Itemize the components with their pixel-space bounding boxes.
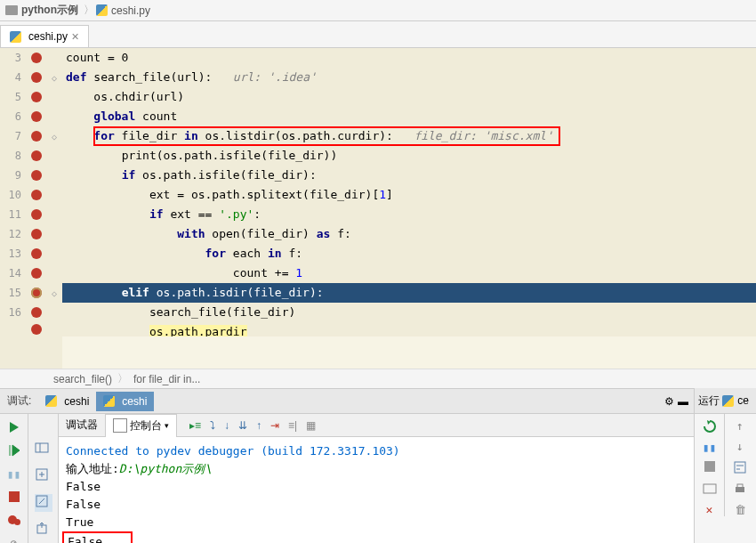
breakpoint-icon[interactable] (31, 229, 42, 239)
line-numbers: 345678910111213141516 (0, 48, 27, 369)
console-icon (113, 418, 127, 433)
nav-statement[interactable]: for file_dir in... (133, 373, 200, 385)
debug-side-toolbar: ▮▮ ⊘ (0, 414, 28, 543)
run-to-cursor-button[interactable]: ⇥ (270, 419, 279, 432)
breakpoint-icon[interactable] (31, 150, 42, 161)
breakpoint-icon[interactable] (31, 268, 42, 279)
editor-tabs: ceshi.py ✕ (0, 21, 756, 48)
breakpoint-icon[interactable] (31, 111, 42, 122)
calculator-button[interactable]: ▦ (306, 419, 316, 432)
python-file-icon (10, 31, 21, 43)
run-panel-header: 运行 ce (694, 388, 756, 413)
svg-rect-6 (735, 462, 745, 473)
breakpoint-gutter[interactable] (27, 48, 46, 369)
python-file-icon (45, 395, 57, 407)
step-over-button[interactable]: ⤵ (210, 419, 215, 432)
code-area[interactable]: count = 0 def search_file(url): url: '.i… (62, 48, 756, 369)
step-out-button[interactable]: ↑ (256, 419, 261, 432)
svg-rect-5 (704, 484, 716, 493)
minimize-icon[interactable]: ▬ (678, 395, 688, 408)
breakpoint-icon[interactable] (31, 53, 42, 63)
close-button[interactable]: ✕ (706, 503, 713, 516)
run-panel: ▮▮ ✕ ↑ ↓ 🗑 (694, 414, 756, 543)
breakpoint-icon[interactable] (31, 92, 42, 102)
resume-button[interactable] (6, 442, 22, 458)
clear-button[interactable]: 🗑 (735, 503, 746, 516)
export-button[interactable] (35, 521, 52, 539)
view-breakpoints-button[interactable] (6, 512, 22, 528)
print-button[interactable] (733, 482, 747, 496)
tab-debugger[interactable]: 调试器 (59, 414, 105, 436)
stop-button[interactable] (6, 489, 22, 505)
debug-panel: ▮▮ ⊘ 调试器 控制台▾ ▸≡ ⤵ ↓ ⇊ ↑ ⇥ ≡| ▦ Connecte… (0, 413, 756, 543)
structure-nav: search_file() 〉 for file_dir in... (0, 369, 756, 388)
folder-icon (5, 5, 18, 15)
tab-ceshi[interactable]: ceshi.py ✕ (0, 25, 89, 47)
breadcrumb: python示例 〉 ceshi.py (0, 0, 756, 21)
tab-console[interactable]: 控制台▾ (105, 414, 177, 437)
svg-rect-0 (36, 443, 48, 452)
mute-breakpoints-button[interactable]: ⊘ (6, 535, 22, 543)
debug-tab-2[interactable]: ceshi (96, 392, 154, 411)
breadcrumb-file[interactable]: ceshi.py (96, 4, 150, 17)
breakpoint-current-icon[interactable] (31, 288, 42, 298)
breakpoint-icon[interactable] (31, 307, 42, 318)
evaluate-expression-button[interactable]: ≡| (288, 419, 297, 432)
pause-button[interactable]: ▮▮ (703, 441, 717, 454)
debug-tabs-bar: 调试: ceshi ceshi ⚙ ▬ (0, 388, 694, 413)
show-prompt-button[interactable]: ▸≡ (189, 419, 201, 432)
tab-label: ceshi.py (28, 30, 68, 43)
nav-function[interactable]: search_file() (53, 373, 112, 385)
pause-button[interactable]: ▮▮ (6, 466, 22, 482)
breakpoint-icon[interactable] (31, 248, 42, 259)
wrap-button[interactable] (733, 460, 747, 474)
rerun-button[interactable] (6, 419, 22, 435)
python-file-icon (103, 395, 115, 407)
console-toolbar: 调试器 控制台▾ ▸≡ ⤵ ↓ ⇊ ↑ ⇥ ≡| ▦ (59, 414, 694, 437)
gear-icon[interactable]: ⚙ (664, 395, 674, 408)
chevron-right-icon: 〉 (117, 371, 128, 386)
fold-gutter: ◇◇◇ (46, 48, 62, 369)
breakpoint-icon[interactable] (31, 131, 42, 142)
close-icon[interactable]: ✕ (71, 31, 79, 43)
up-button[interactable]: ↑ (736, 419, 744, 433)
stop-button[interactable] (704, 461, 715, 474)
layout-button[interactable] (703, 482, 717, 496)
debug-frames-toolbar (28, 414, 59, 543)
console-panel: 调试器 控制台▾ ▸≡ ⤵ ↓ ⇊ ↑ ⇥ ≡| ▦ Connected to … (59, 414, 694, 543)
python-file-icon (722, 395, 734, 407)
breakpoint-icon[interactable] (31, 170, 42, 181)
pin-button[interactable] (35, 494, 52, 512)
console-output[interactable]: Connected to pydev debugger (build 172.3… (59, 437, 694, 543)
breakpoint-icon[interactable] (31, 209, 42, 220)
force-step-into-button[interactable]: ⇊ (238, 419, 247, 432)
debug-tab-1[interactable]: ceshi (38, 392, 96, 411)
debug-label: 调试: (0, 393, 38, 409)
python-file-icon (96, 4, 108, 16)
chevron-right-icon: 〉 (84, 3, 94, 18)
breadcrumb-folder[interactable]: python示例 (5, 3, 78, 18)
breakpoint-icon[interactable] (31, 324, 42, 335)
down-button[interactable]: ↓ (736, 440, 744, 453)
highlighted-output: False (62, 531, 133, 543)
step-into-button[interactable]: ↓ (224, 419, 229, 432)
settings-button[interactable] (35, 467, 52, 485)
code-editor[interactable]: 345678910111213141516 ◇◇◇ count = 0 def … (0, 48, 756, 369)
rerun-button[interactable] (703, 419, 717, 434)
breakpoint-icon[interactable] (31, 190, 42, 200)
restore-layout-button[interactable] (35, 441, 52, 458)
breakpoint-icon[interactable] (31, 72, 42, 83)
